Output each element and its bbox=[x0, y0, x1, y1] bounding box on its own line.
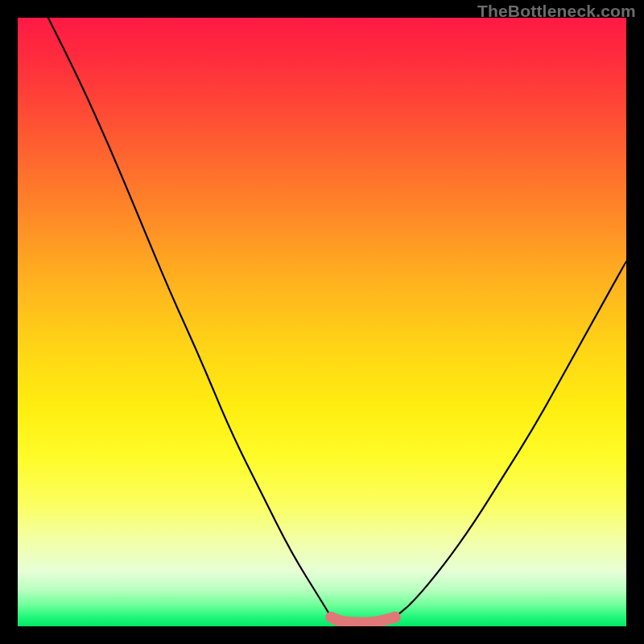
left-curve-path bbox=[48, 18, 332, 617]
chart-svg bbox=[18, 18, 626, 626]
right-curve-path bbox=[395, 261, 626, 617]
chart-frame: TheBottleneck.com bbox=[0, 0, 644, 644]
bottom-bridge-path bbox=[331, 617, 394, 623]
plot-area bbox=[18, 18, 626, 626]
watermark-text: TheBottleneck.com bbox=[477, 2, 636, 21]
